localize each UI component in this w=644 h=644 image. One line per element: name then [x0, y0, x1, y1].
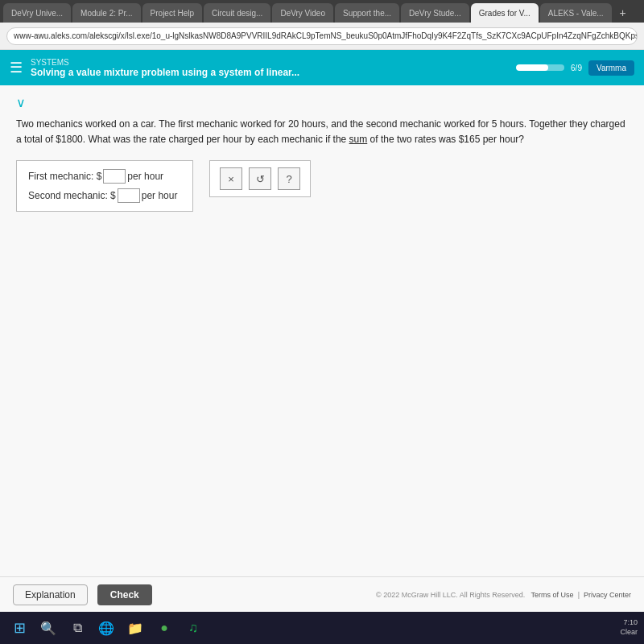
tab-devry-video[interactable]: DeVry Video	[272, 3, 333, 23]
progress-text: 6/9	[571, 64, 582, 72]
first-mechanic-input[interactable]	[103, 169, 126, 184]
answer-inputs-box: First mechanic: $ per hour Second mechan…	[16, 160, 193, 212]
desktop: DeVry Unive... Module 2: Pr... Project H…	[0, 0, 644, 644]
tab-aleks[interactable]: ALEKS - Vale...	[540, 3, 612, 23]
second-mechanic-input[interactable]	[118, 188, 140, 203]
chrome-icon[interactable]: ●	[151, 615, 177, 641]
privacy-link[interactable]: Privacy Center	[584, 591, 631, 599]
second-mechanic-label: Second mechanic: $	[28, 190, 116, 201]
first-mechanic-unit: per hour	[127, 171, 163, 182]
copyright: © 2022 McGraw Hill LLC. All Rights Reser…	[376, 591, 525, 599]
help-button[interactable]: ?	[278, 167, 300, 190]
hamburger-menu[interactable]: ☰	[10, 59, 23, 76]
first-mechanic-row: First mechanic: $ per hour	[28, 169, 181, 184]
systems-label: SYSTEMS	[31, 58, 299, 67]
explanation-button[interactable]: Explanation	[13, 584, 88, 605]
taskbar: ⊞ 🔍 ⧉ 🌐 📁 ● ♫ 7:10 Clear	[0, 612, 644, 644]
answer-section: First mechanic: $ per hour Second mechan…	[16, 160, 628, 212]
progress-area: 6/9 Varmma	[516, 60, 634, 76]
clock: 7:10 Clear	[620, 618, 638, 637]
aleks-topbar: ☰ SYSTEMS Solving a value mixture proble…	[0, 50, 644, 85]
question-area: ∨ Two mechanics worked on a car. The fir…	[0, 85, 644, 576]
browser-window: DeVry Unive... Module 2: Pr... Project H…	[0, 0, 644, 612]
progress-bar	[516, 64, 564, 71]
terms-link[interactable]: Terms of Use	[531, 591, 574, 599]
dropdown-arrow[interactable]: ∨	[16, 95, 628, 110]
tab-devry-students[interactable]: DeVry Stude...	[401, 3, 469, 23]
toolbar-buttons: × ↺ ?	[209, 160, 311, 197]
spotify-icon[interactable]: ♫	[180, 615, 206, 641]
tab-devry-unive[interactable]: DeVry Unive...	[3, 3, 71, 23]
edge-icon[interactable]: 🌐	[93, 615, 119, 641]
second-mechanic-unit: per hour	[142, 190, 178, 201]
bottom-bar: Explanation Check © 2022 McGraw Hill LLC…	[0, 576, 644, 612]
sum-underline: sum	[349, 134, 368, 145]
page-title: Solving a value mixture problem using a …	[31, 67, 299, 78]
question-text: Two mechanics worked on a car. The first…	[16, 117, 628, 147]
search-taskbar-icon[interactable]: 🔍	[35, 615, 61, 641]
progress-fill	[516, 64, 548, 71]
tab-bar: DeVry Unive... Module 2: Pr... Project H…	[0, 0, 644, 23]
taskbar-right: 7:10 Clear	[620, 618, 638, 637]
new-tab-button[interactable]: +	[613, 3, 633, 23]
windows-start-button[interactable]: ⊞	[6, 615, 32, 641]
folder-icon[interactable]: 📁	[122, 615, 148, 641]
first-mechanic-label: First mechanic: $	[28, 171, 101, 182]
close-button[interactable]: ×	[220, 167, 242, 190]
tab-project-help[interactable]: Project Help	[142, 3, 202, 23]
tab-circuit[interactable]: Circuit desig...	[204, 3, 270, 23]
footer: © 2022 McGraw Hill LLC. All Rights Reser…	[376, 591, 631, 599]
breadcrumb: SYSTEMS Solving a value mixture problem …	[31, 58, 299, 78]
taskview-icon[interactable]: ⧉	[64, 615, 90, 641]
tab-module2[interactable]: Module 2: Pr...	[72, 3, 140, 23]
tab-support[interactable]: Support the...	[335, 3, 399, 23]
tab-grades[interactable]: Grades for V...	[471, 3, 539, 23]
url-input[interactable]: www-awu.aleks.com/alekscgi/x/lsl.exe/1o_…	[6, 27, 638, 45]
second-mechanic-row: Second mechanic: $ per hour	[28, 188, 181, 203]
undo-button[interactable]: ↺	[249, 167, 271, 190]
varma-button[interactable]: Varmma	[588, 60, 634, 76]
check-button[interactable]: Check	[97, 584, 152, 605]
address-bar: www-awu.aleks.com/alekscgi/x/lsl.exe/1o_…	[0, 23, 644, 50]
